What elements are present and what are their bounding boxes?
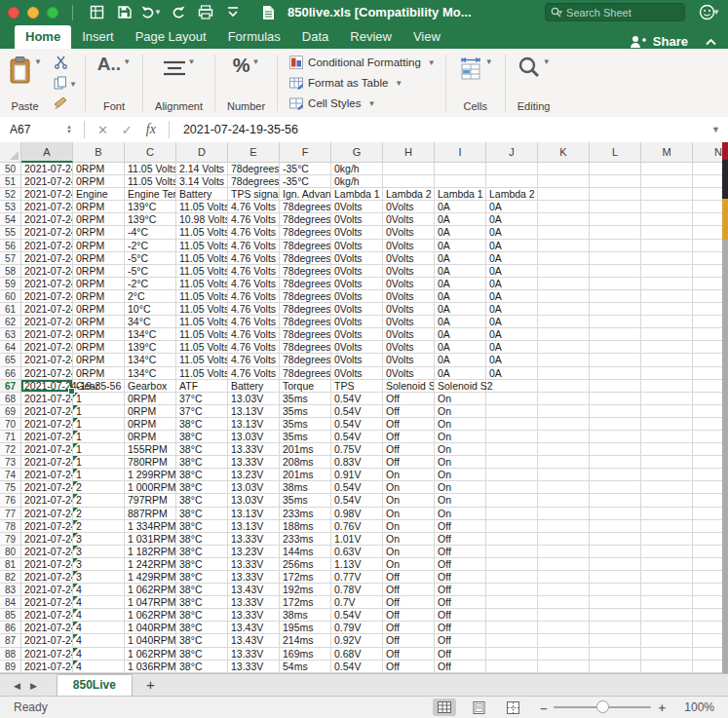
cell-D80[interactable]: 38°C [176, 546, 228, 558]
cell-B83[interactable]: 4 [73, 584, 125, 596]
cell-E79[interactable]: 13.33V [228, 533, 280, 546]
cell-G88[interactable]: 0.68V [331, 648, 383, 661]
cell-M84[interactable] [641, 596, 693, 609]
cell-I65[interactable]: 0A [435, 354, 486, 366]
cell-H74[interactable]: On [383, 469, 435, 481]
font-group-button[interactable]: A..▼ Font [90, 49, 138, 117]
cell-J85[interactable] [486, 609, 538, 622]
cell-M58[interactable] [641, 265, 693, 278]
cell-G72[interactable]: 0.75V [331, 443, 383, 456]
cell-D73[interactable]: 38°C [176, 456, 228, 469]
cell-K76[interactable] [538, 494, 590, 507]
cell-K58[interactable] [538, 265, 590, 278]
cell-J84[interactable] [486, 596, 538, 609]
cell-H69[interactable]: Off [383, 405, 435, 418]
cell-A51[interactable]: 2021-07-24 [21, 175, 73, 188]
cell-A69[interactable]: 2021-07-24 [21, 405, 73, 418]
cell-F61[interactable]: 78degrees [280, 303, 331, 316]
cell-L60[interactable] [590, 290, 641, 303]
cell-M56[interactable] [641, 240, 693, 252]
cell-D78[interactable]: 38°C [176, 520, 228, 533]
cell-G86[interactable]: 0.79V [331, 622, 383, 634]
cell-C75[interactable]: 1 000RPM [125, 481, 176, 494]
cell-B87[interactable]: 4 [73, 634, 125, 647]
formula-bar-expand-icon[interactable]: ▼ [711, 125, 728, 134]
cell-F52[interactable]: Ign. Advance [280, 188, 331, 201]
cell-D68[interactable]: 37°C [176, 393, 228, 405]
cell-B79[interactable]: 3 [73, 533, 125, 546]
cell-A58[interactable]: 2021-07-24 [21, 265, 73, 278]
cell-B65[interactable]: 0RPM [73, 354, 125, 366]
cell-J78[interactable] [486, 520, 538, 533]
cell-M52[interactable] [641, 188, 693, 201]
cell-E65[interactable]: 4.76 Volts [228, 354, 280, 366]
cell-B66[interactable]: 0RPM [73, 367, 125, 380]
cell-H62[interactable]: 0Volts [383, 316, 435, 328]
cell-F51[interactable]: -35°C [280, 175, 331, 188]
cell-L69[interactable] [590, 405, 641, 418]
cell-K71[interactable] [538, 431, 590, 443]
cell-G83[interactable]: 0.78V [331, 584, 383, 596]
cell-M74[interactable] [641, 469, 693, 481]
cell-A62[interactable]: 2021-07-24 [21, 316, 73, 328]
cells-group-button[interactable]: ▼ Cells [450, 49, 501, 117]
cell-K87[interactable] [538, 634, 590, 647]
cell-K53[interactable] [538, 201, 590, 213]
row-header-71[interactable]: 71 [0, 431, 21, 443]
row-header-77[interactable]: 77 [0, 508, 21, 520]
cell-A56[interactable]: 2021-07-24 [21, 240, 73, 252]
cell-I63[interactable]: 0A [435, 328, 486, 341]
cell-D79[interactable]: 38°C [176, 533, 228, 546]
cell-G55[interactable]: 0Volts [331, 226, 383, 239]
cell-C77[interactable]: 887RPM [125, 508, 176, 520]
cell-F83[interactable]: 192ms [280, 584, 331, 596]
cell-B74[interactable]: 1 [73, 469, 125, 481]
cell-C76[interactable]: 797RPM [125, 494, 176, 507]
cell-N54[interactable] [693, 213, 722, 226]
cell-E68[interactable]: 13.03V [228, 393, 280, 405]
cell-L57[interactable] [590, 252, 641, 265]
cell-J67[interactable] [486, 380, 538, 393]
cell-D60[interactable]: 11.05 Volts [176, 290, 228, 303]
zoom-out-button[interactable]: – [540, 700, 547, 715]
cell-G77[interactable]: 0.98V [331, 508, 383, 520]
cell-I66[interactable]: 0A [435, 367, 486, 380]
editing-dropdown-icon[interactable]: ▼ [543, 57, 551, 66]
paste-button[interactable]: ▼ Paste [0, 49, 50, 117]
cell-C66[interactable]: 134°C [125, 367, 176, 380]
cell-F55[interactable]: 78degrees [280, 226, 331, 239]
cell-G54[interactable]: 0Volts [331, 213, 383, 226]
undo-dropdown-icon[interactable]: ▼ [154, 8, 162, 17]
cell-E56[interactable]: 4.76 Volts [228, 240, 280, 252]
cell-L89[interactable] [590, 661, 641, 673]
cell-H73[interactable]: Off [383, 456, 435, 469]
cell-K84[interactable] [538, 596, 590, 609]
cell-A86[interactable]: 2021-07-24 [21, 622, 73, 634]
cell-K51[interactable] [538, 175, 590, 188]
cell-N83[interactable] [693, 584, 722, 596]
cell-J86[interactable] [486, 622, 538, 634]
row-header-66[interactable]: 66 [0, 367, 21, 380]
cell-F87[interactable]: 214ms [280, 634, 331, 647]
cell-L59[interactable] [590, 278, 641, 290]
cell-E72[interactable]: 13.33V [228, 443, 280, 456]
cell-N80[interactable] [693, 546, 722, 558]
cell-I79[interactable]: Off [435, 533, 486, 546]
cell-I89[interactable]: Off [435, 661, 486, 673]
cell-styles-button[interactable]: Cell Styles ▼ [289, 96, 436, 110]
cell-M61[interactable] [641, 303, 693, 316]
cell-N73[interactable] [693, 456, 722, 469]
editing-group-button[interactable]: ▼ Editing [510, 49, 558, 117]
cell-E84[interactable]: 13.33V [228, 596, 280, 609]
cell-C58[interactable]: -5°C [125, 265, 176, 278]
cell-K86[interactable] [538, 622, 590, 634]
print-button[interactable] [194, 2, 217, 23]
cell-C72[interactable]: 155RPM [125, 443, 176, 456]
cell-F72[interactable]: 201ms [280, 443, 331, 456]
cell-G53[interactable]: 0Volts [331, 201, 383, 213]
cell-M60[interactable] [641, 290, 693, 303]
cell-G66[interactable]: 0Volts [331, 367, 383, 380]
row-header-63[interactable]: 63 [0, 328, 21, 341]
cell-L79[interactable] [590, 533, 641, 546]
cell-I81[interactable]: Off [435, 558, 486, 571]
